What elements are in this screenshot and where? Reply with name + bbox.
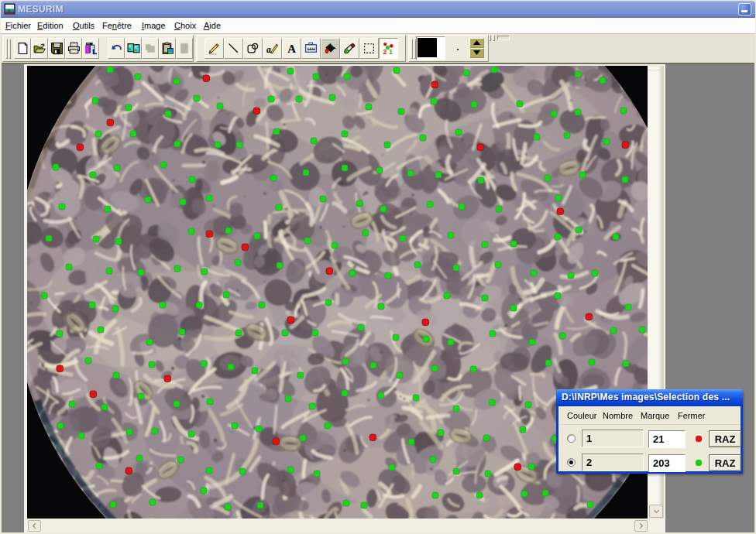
svg-text:1: 1 — [389, 48, 393, 55]
svg-text:A: A — [287, 43, 296, 55]
svg-text:2: 2 — [383, 48, 387, 55]
svg-text:a: a — [266, 45, 271, 55]
